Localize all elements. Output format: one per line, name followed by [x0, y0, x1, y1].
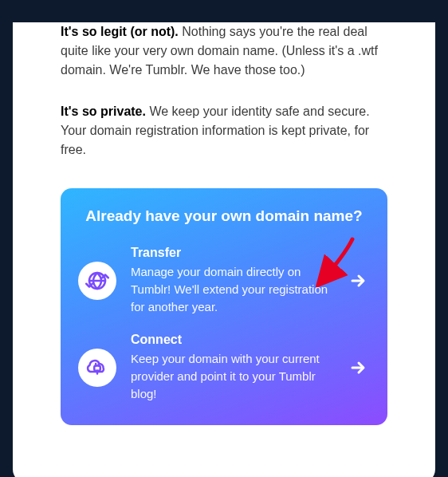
paragraph-legit: It's so legit (or not). Nothing says you… [61, 22, 387, 80]
domain-promo-box: Already have your own domain name? Trans… [61, 188, 387, 425]
transfer-option[interactable]: Transfer Manage your domain directly on … [78, 246, 370, 315]
connect-arrow-button[interactable] [346, 356, 370, 380]
content-card: It's so legit (or not). Nothing says you… [13, 22, 435, 477]
transfer-text: Transfer Manage your domain directly on … [131, 246, 332, 315]
transfer-title: Transfer [131, 246, 332, 260]
transfer-desc: Manage your domain directly on Tumblr! W… [131, 263, 332, 315]
connect-desc: Keep your domain with your current provi… [131, 350, 332, 402]
arrow-right-icon [348, 358, 367, 377]
connect-title: Connect [131, 333, 332, 347]
paragraph-private: It's so private. We keep your identity s… [61, 102, 387, 160]
paragraph-private-bold: It's so private. [61, 104, 146, 118]
globe-transfer-icon [78, 262, 116, 300]
arrow-right-icon [348, 271, 367, 290]
connect-option[interactable]: Connect Keep your domain with your curre… [78, 333, 370, 402]
paragraph-legit-bold: It's so legit (or not). [61, 25, 179, 38]
promo-title: Already have your own domain name? [78, 207, 370, 225]
cloud-plug-icon [78, 349, 116, 387]
transfer-arrow-button[interactable] [346, 269, 370, 293]
connect-text: Connect Keep your domain with your curre… [131, 333, 332, 402]
